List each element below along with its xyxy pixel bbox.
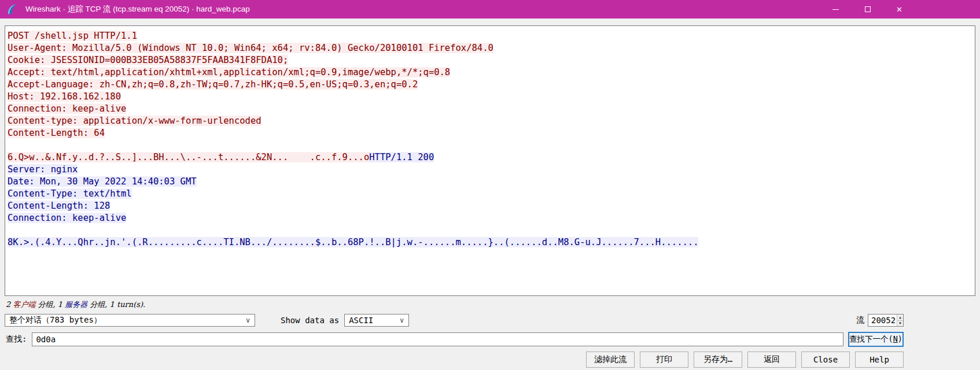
find-next-mnemonic: N: [893, 334, 898, 343]
stream-segment-client: Host: 192.168.162.180: [8, 91, 121, 102]
show-data-as-label: Show data as: [281, 316, 339, 325]
summary-plain-text: 2: [6, 300, 13, 309]
stream-line: Accept-Language: zh-CN,zh;q=0.8,zh-TW;q=…: [8, 79, 972, 91]
stream-segment-server: 8K.>.(.4.Y...Qhr..jn.'.(.R.........c....…: [8, 237, 698, 247]
titlebar: Wireshark · 追踪 TCP 流 (tcp.stream eq 2005…: [0, 0, 980, 18]
window-controls: ✕: [820, 0, 915, 18]
maximize-button[interactable]: [852, 0, 883, 18]
stream-content-pane[interactable]: POST /shell.jsp HTTP/1.1User-Agent: Mozi…: [5, 25, 975, 296]
stream-line: Content-type: application/x-www-form-url…: [8, 115, 972, 127]
find-input[interactable]: [32, 332, 843, 346]
stream-label: 流: [856, 315, 864, 325]
summary-server-text: 服务器: [65, 300, 87, 309]
close-button[interactable]: Close: [801, 352, 850, 368]
stream-line: [8, 139, 972, 151]
stream-summary: 2 客户端 分组, 1 服务器 分组, 1 turn(s).: [6, 299, 980, 311]
find-label: 查找:: [6, 334, 27, 345]
stream-segment-server: Date: Mon, 30 May 2022 14:40:03 GMT: [8, 176, 197, 187]
stream-line: 6.Q>w..&.Nf.y..d.?..S..]...BH...\..-...t…: [8, 151, 972, 164]
show-data-as-select[interactable]: ASCII ∨: [344, 314, 409, 327]
print-button[interactable]: 打印: [640, 352, 688, 368]
filter-out-stream-button[interactable]: 滤掉此流: [586, 352, 635, 368]
stream-segment-client: Accept-Language: zh-CN,zh;q=0.8,zh-TW;q=…: [8, 79, 418, 90]
stream-line: Host: 192.168.162.180: [8, 91, 972, 103]
chevron-down-icon: ∨: [245, 316, 250, 324]
stream-controls-row: 整个对话（783 bytes） ∨ Show data as ASCII ∨ 流…: [5, 313, 975, 327]
stream-number-value: 20052: [868, 314, 897, 326]
stream-segment-client: Accept: text/html,application/xhtml+xml,…: [8, 67, 450, 77]
close-window-button[interactable]: ✕: [883, 0, 915, 18]
stream-line: Content-Type: text/html: [8, 188, 972, 200]
stream-segment-client: User-Agent: Mozilla/5.0 (Windows NT 10.0…: [8, 43, 493, 53]
find-next-button[interactable]: 查找下一个(N): [848, 332, 904, 347]
follow-tcp-stream-window: Wireshark · 追踪 TCP 流 (tcp.stream eq 2005…: [0, 0, 980, 368]
close-icon: ✕: [896, 6, 902, 13]
stream-segment-client: Cookie: JSESSIONID=000B33EB05A58837F5FAA…: [8, 55, 288, 65]
spin-up-icon: ▲: [899, 315, 901, 320]
stream-line: [8, 224, 972, 236]
stream-line: Server: nginx: [8, 164, 972, 176]
summary-client-text: 客户端: [13, 300, 35, 309]
wireshark-icon: [6, 3, 19, 16]
stream-segment-server: Content-Type: text/html: [8, 188, 132, 199]
save-as-button[interactable]: 另存为…: [694, 352, 742, 368]
stream-line: Cookie: JSESSIONID=000B33EB05A58837F5FAA…: [8, 54, 972, 66]
help-button[interactable]: Help: [855, 352, 904, 368]
stream-segment-client: 6.Q>w..&.Nf.y..d.?..S..]...BH...\..-...t…: [8, 152, 369, 162]
stream-segment-client: POST /shell.jsp HTTP/1.1: [8, 31, 137, 41]
back-button[interactable]: 返回: [747, 352, 796, 368]
stream-segment-client: Content-type: application/x-www-form-url…: [8, 116, 261, 126]
stream-segment-server: Connection: keep-alive: [8, 213, 126, 223]
stream-segment-client: Connection: keep-alive: [8, 103, 126, 114]
minimize-button[interactable]: [820, 0, 852, 18]
chevron-down-icon: ∨: [399, 316, 404, 324]
spinner-buttons: ▲ ▼: [897, 314, 903, 326]
stream-line: Connection: keep-alive: [8, 103, 972, 115]
stream-line: Connection: keep-alive: [8, 212, 972, 224]
stream-segment-server: Content-Length: 128: [8, 201, 110, 211]
window-title: Wireshark · 追踪 TCP 流 (tcp.stream eq 2005…: [25, 4, 250, 14]
stream-segment-server: Server: nginx: [8, 164, 78, 175]
spinner-down-button[interactable]: ▼: [897, 321, 903, 327]
stream-line: 8K.>.(.4.Y...Qhr..jn.'.(.R.........c....…: [8, 236, 972, 249]
find-row: 查找: 查找下一个(N): [5, 332, 975, 347]
conversation-direction-select[interactable]: 整个对话（783 bytes） ∨: [5, 314, 255, 327]
spin-down-icon: ▼: [899, 321, 901, 325]
stream-line: Date: Mon, 30 May 2022 14:40:03 GMT: [8, 176, 972, 188]
stream-segment-client: Content-Length: 64: [8, 128, 105, 138]
stream-line: Content-Length: 128: [8, 200, 972, 212]
maximize-icon: [865, 6, 871, 12]
stream-line: User-Agent: Mozilla/5.0 (Windows NT 10.0…: [8, 42, 972, 54]
stream-number-spinner[interactable]: 20052 ▲ ▼: [868, 314, 904, 327]
stream-line: Accept: text/html,application/xhtml+xml,…: [8, 66, 972, 79]
summary-plain-text: 分组, 1 turn(s).: [87, 300, 145, 309]
spinner-up-button[interactable]: ▲: [897, 314, 903, 321]
stream-segment-server: HTTP/1.1 200: [369, 152, 434, 162]
conversation-selected-option: 整个对话（783 bytes）: [9, 315, 102, 325]
dialog-buttons-row: 滤掉此流 打印 另存为… 返回 Close Help: [5, 352, 975, 368]
stream-line: Content-Length: 64: [8, 127, 972, 139]
find-next-label: 查找下一个(: [849, 334, 893, 343]
encoding-selected-option: ASCII: [349, 316, 373, 325]
summary-plain-text: 分组, 1: [35, 300, 65, 309]
find-next-label-suffix: ): [898, 334, 902, 343]
minimize-icon: [832, 9, 839, 10]
stream-line: POST /shell.jsp HTTP/1.1: [8, 30, 972, 42]
